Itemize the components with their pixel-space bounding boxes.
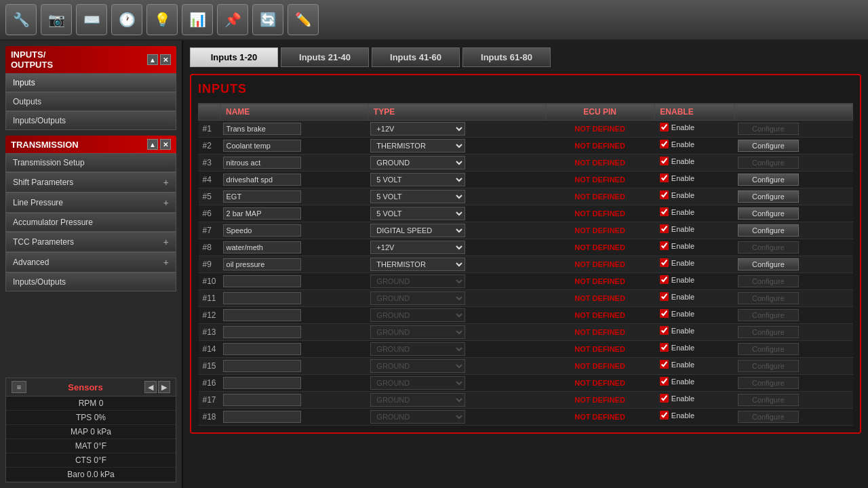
row-configure-btn-3[interactable]: Configure: [738, 174, 799, 186]
row-enable-checkbox-9[interactable]: [660, 275, 669, 284]
row-configure-cell-13[interactable]: Configure: [735, 341, 853, 358]
row-name-input-10[interactable]: [223, 292, 301, 304]
row-enable-cell-3[interactable]: Enable: [654, 171, 735, 184]
row-type-select-15[interactable]: +12V+5VGROUNDTHERMISTOR5 VOLTDIGITAL SPE…: [370, 376, 465, 390]
row-configure-cell-14[interactable]: Configure: [735, 358, 853, 375]
row-enable-cell-15[interactable]: Enable: [654, 375, 735, 388]
row-configure-btn-4[interactable]: Configure: [738, 190, 799, 203]
row-name-cell-3[interactable]: [220, 171, 368, 188]
row-type-cell-4[interactable]: +12V+5VGROUNDTHERMISTOR5 VOLTDIGITAL SPE…: [368, 188, 545, 205]
sidebar-transmission-close-btn[interactable]: ✕: [160, 139, 171, 150]
tab-inputs-41-60[interactable]: Inputs 41-60: [372, 47, 460, 67]
row-type-cell-11[interactable]: +12V+5VGROUNDTHERMISTOR5 VOLTDIGITAL SPE…: [368, 307, 545, 324]
row-enable-checkbox-0[interactable]: [660, 123, 669, 131]
row-name-input-0[interactable]: [223, 123, 301, 135]
sidebar-item-tcc-parameters[interactable]: TCC Parameters +: [5, 232, 176, 252]
row-type-select-11[interactable]: +12V+5VGROUNDTHERMISTOR5 VOLTDIGITAL SPE…: [370, 308, 465, 322]
row-configure-btn-17[interactable]: Configure: [738, 411, 799, 423]
pinmap-icon[interactable]: 📌: [217, 4, 248, 35]
row-name-input-4[interactable]: [223, 190, 301, 203]
row-type-select-12[interactable]: +12V+5VGROUNDTHERMISTOR5 VOLTDIGITAL SPE…: [370, 325, 465, 339]
row-configure-cell-17[interactable]: Configure: [735, 409, 853, 426]
row-enable-checkbox-5[interactable]: [660, 207, 669, 216]
row-name-input-2[interactable]: [223, 157, 301, 169]
row-enable-checkbox-4[interactable]: [660, 190, 669, 199]
row-name-cell-11[interactable]: [220, 307, 368, 324]
row-enable-cell-11[interactable]: Enable: [654, 307, 735, 320]
row-enable-cell-7[interactable]: Enable: [654, 239, 735, 252]
row-type-cell-13[interactable]: +12V+5VGROUNDTHERMISTOR5 VOLTDIGITAL SPE…: [368, 341, 545, 358]
row-enable-cell-6[interactable]: Enable: [654, 222, 735, 235]
sidebar-item-inputs[interactable]: Inputs: [5, 73, 176, 92]
row-configure-cell-4[interactable]: Configure: [735, 188, 853, 205]
row-type-select-7[interactable]: +12V+5VGROUNDTHERMISTOR5 VOLTDIGITAL SPE…: [370, 241, 465, 254]
row-type-select-17[interactable]: +12V+5VGROUNDTHERMISTOR5 VOLTDIGITAL SPE…: [370, 410, 465, 424]
row-type-select-9[interactable]: +12V+5VGROUNDTHERMISTOR5 VOLTDIGITAL SPE…: [370, 274, 465, 288]
bulb-icon[interactable]: 💡: [146, 4, 178, 35]
row-name-input-1[interactable]: [223, 140, 301, 152]
row-configure-cell-11[interactable]: Configure: [735, 307, 853, 324]
sidebar-item-line-pressure[interactable]: Line Pressure +: [5, 192, 176, 213]
row-enable-checkbox-16[interactable]: [660, 394, 669, 403]
row-configure-cell-2[interactable]: Configure: [735, 155, 853, 171]
row-type-cell-7[interactable]: +12V+5VGROUNDTHERMISTOR5 VOLTDIGITAL SPE…: [368, 239, 545, 256]
row-enable-checkbox-7[interactable]: [660, 241, 669, 250]
row-type-select-3[interactable]: +12V+5VGROUNDTHERMISTOR5 VOLTDIGITAL SPE…: [370, 173, 465, 186]
sensor-menu-btn[interactable]: ≡: [12, 381, 26, 393]
row-name-input-17[interactable]: [223, 411, 301, 423]
row-configure-btn-7[interactable]: Configure: [738, 241, 799, 253]
row-type-select-2[interactable]: +12V+5VGROUNDTHERMISTOR5 VOLTDIGITAL SPE…: [370, 156, 465, 169]
row-name-cell-6[interactable]: [220, 222, 368, 239]
row-name-cell-5[interactable]: [220, 205, 368, 222]
row-type-cell-3[interactable]: +12V+5VGROUNDTHERMISTOR5 VOLTDIGITAL SPE…: [368, 171, 545, 188]
row-configure-cell-0[interactable]: Configure: [735, 121, 853, 138]
row-configure-btn-9[interactable]: Configure: [738, 275, 799, 287]
row-configure-cell-5[interactable]: Configure: [735, 205, 853, 222]
sidebar-item-transmission-setup[interactable]: Transmission Setup: [5, 153, 176, 172]
row-configure-btn-5[interactable]: Configure: [738, 207, 799, 220]
sidebar-item-inputs-outputs[interactable]: Inputs/Outputs: [5, 111, 176, 130]
row-enable-cell-2[interactable]: Enable: [654, 155, 735, 167]
row-name-input-14[interactable]: [223, 360, 301, 372]
row-enable-checkbox-15[interactable]: [660, 377, 669, 386]
row-type-select-0[interactable]: +12V+5VGROUNDTHERMISTOR5 VOLTDIGITAL SPE…: [370, 122, 465, 136]
row-configure-cell-8[interactable]: Configure: [735, 256, 853, 273]
row-type-select-1[interactable]: +12V+5VGROUNDTHERMISTOR5 VOLTDIGITAL SPE…: [370, 139, 465, 152]
row-name-input-13[interactable]: [223, 343, 301, 355]
row-configure-btn-15[interactable]: Configure: [738, 377, 799, 389]
row-configure-btn-2[interactable]: Configure: [738, 157, 799, 169]
row-type-cell-5[interactable]: +12V+5VGROUNDTHERMISTOR5 VOLTDIGITAL SPE…: [368, 205, 545, 222]
row-configure-cell-3[interactable]: Configure: [735, 171, 853, 188]
row-enable-checkbox-14[interactable]: [660, 360, 669, 369]
row-name-cell-17[interactable]: [220, 409, 368, 426]
row-configure-cell-9[interactable]: Configure: [735, 273, 853, 290]
row-enable-cell-13[interactable]: Enable: [654, 341, 735, 354]
row-type-cell-2[interactable]: +12V+5VGROUNDTHERMISTOR5 VOLTDIGITAL SPE…: [368, 155, 545, 171]
row-name-cell-15[interactable]: [220, 375, 368, 392]
row-type-select-4[interactable]: +12V+5VGROUNDTHERMISTOR5 VOLTDIGITAL SPE…: [370, 190, 465, 203]
row-enable-checkbox-3[interactable]: [660, 174, 669, 182]
row-enable-cell-4[interactable]: Enable: [654, 188, 735, 201]
sidebar-io-close-btn[interactable]: ✕: [160, 54, 171, 65]
row-type-select-10[interactable]: +12V+5VGROUNDTHERMISTOR5 VOLTDIGITAL SPE…: [370, 291, 465, 305]
tab-inputs-61-80[interactable]: Inputs 61-80: [462, 47, 551, 67]
sidebar-io-collapse-btn[interactable]: ▲: [147, 54, 158, 65]
row-enable-checkbox-6[interactable]: [660, 224, 669, 233]
row-type-select-5[interactable]: +12V+5VGROUNDTHERMISTOR5 VOLTDIGITAL SPE…: [370, 207, 465, 220]
row-configure-btn-0[interactable]: Configure: [738, 123, 799, 135]
row-configure-btn-10[interactable]: Configure: [738, 292, 799, 304]
row-name-cell-2[interactable]: [220, 155, 368, 171]
row-configure-cell-1[interactable]: Configure: [735, 138, 853, 155]
row-configure-btn-11[interactable]: Configure: [738, 309, 799, 321]
row-enable-cell-5[interactable]: Enable: [654, 205, 735, 218]
row-configure-btn-16[interactable]: Configure: [738, 394, 799, 406]
row-name-input-15[interactable]: [223, 377, 301, 389]
row-configure-btn-6[interactable]: Configure: [738, 224, 799, 237]
sensor-next-btn[interactable]: ▶: [158, 381, 170, 393]
row-enable-cell-12[interactable]: Enable: [654, 324, 735, 337]
refresh-icon[interactable]: 🔄: [252, 4, 283, 35]
row-enable-cell-14[interactable]: Enable: [654, 358, 735, 371]
row-name-cell-9[interactable]: [220, 273, 368, 290]
row-name-input-3[interactable]: [223, 174, 301, 186]
sidebar-item-accumulator-pressure[interactable]: Accumulator Pressure: [5, 213, 176, 232]
